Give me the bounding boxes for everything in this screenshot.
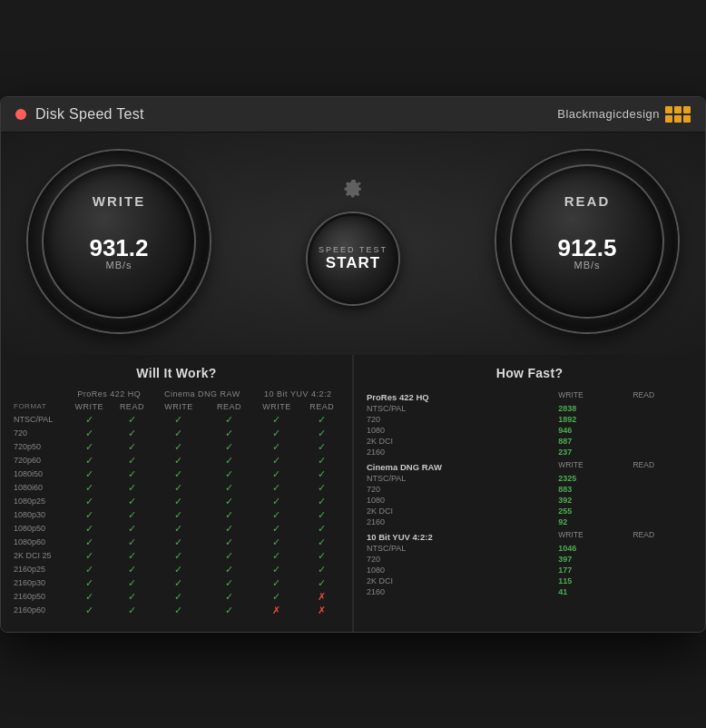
fast-row-label: 1080 — [363, 495, 554, 506]
check-icon: ✓ — [225, 496, 233, 507]
will-cell: ✓ — [205, 522, 252, 536]
check-icon: ✓ — [318, 577, 326, 588]
start-button[interactable]: SPEED TEST START — [308, 213, 398, 304]
check-icon: ✓ — [272, 428, 280, 438]
will-cell: ✓ — [112, 536, 152, 549]
check-icon: ✓ — [174, 414, 182, 425]
will-cell: ✓ — [252, 413, 300, 427]
will-cell: ✓ — [252, 576, 300, 590]
will-cell: ✓ — [300, 522, 343, 536]
check-icon: ✓ — [318, 550, 326, 561]
will-cell: ✓ — [205, 536, 252, 549]
check-icon: ✓ — [225, 605, 233, 615]
check-icon: ✓ — [272, 468, 280, 479]
check-icon: ✓ — [128, 509, 136, 520]
fast-row: NTSC/PAL2325 — [363, 473, 696, 484]
check-icon: ✓ — [225, 564, 233, 575]
will-cell: ✗ — [252, 604, 300, 617]
close-button[interactable] — [15, 109, 26, 120]
check-icon: ✓ — [318, 564, 326, 575]
check-icon: ✓ — [128, 591, 136, 602]
cinema-group-header: Cinema DNG RAW — [152, 388, 252, 400]
will-cell: ✓ — [252, 495, 300, 508]
will-cell: ✓ — [66, 576, 112, 590]
will-cell: ✓ — [112, 508, 152, 522]
will-row-label: 720p50 — [10, 440, 66, 454]
check-icon: ✓ — [318, 428, 326, 438]
check-icon: ✓ — [85, 441, 93, 452]
fast-write-value: 237 — [554, 447, 629, 457]
fast-read-value — [629, 516, 696, 527]
check-icon: ✓ — [272, 482, 280, 493]
brand-sq-4 — [665, 115, 672, 123]
will-cell: ✓ — [300, 576, 343, 590]
will-cell: ✓ — [112, 481, 152, 495]
will-cell: ✓ — [300, 549, 343, 563]
will-cell: ✗ — [300, 590, 343, 604]
will-cell: ✓ — [152, 590, 205, 604]
will-row: 2160p60✓✓✓✓✗✗ — [10, 604, 343, 617]
fast-row-label: 720 — [363, 414, 554, 425]
format-label: FORMAT — [10, 400, 66, 413]
will-cell: ✓ — [152, 508, 205, 522]
will-row: 1080p60✓✓✓✓✓✓ — [10, 536, 343, 549]
fast-group-header-row: Cinema DNG RAWWRITEREAD — [363, 457, 696, 473]
will-cell: ✓ — [300, 467, 343, 481]
check-icon: ✓ — [128, 550, 136, 561]
will-cell: ✗ — [300, 604, 343, 617]
check-icon: ✓ — [272, 496, 280, 507]
fast-row: NTSC/PAL1046 — [363, 543, 696, 554]
check-icon: ✓ — [174, 536, 182, 547]
fast-write-value: 2325 — [554, 473, 629, 484]
fast-row-label: 2160 — [363, 447, 554, 457]
start-label-top: SPEED TEST — [319, 245, 387, 254]
will-cell: ✓ — [112, 549, 152, 563]
will-cell: ✓ — [252, 536, 300, 549]
format-col-header — [10, 388, 66, 400]
fast-read-value — [629, 436, 696, 447]
will-cell: ✓ — [300, 508, 343, 522]
fast-row: 2K DCI255 — [363, 506, 696, 516]
fast-write-value: 1046 — [554, 543, 629, 554]
will-cell: ✓ — [152, 549, 205, 563]
will-cell: ✓ — [66, 536, 112, 549]
check-icon: ✓ — [174, 468, 182, 479]
how-fast-header: How Fast? — [363, 366, 696, 380]
will-row-label: NTSC/PAL — [10, 413, 66, 427]
will-row-label: 2160p60 — [10, 604, 66, 617]
prores-read-header: READ — [112, 400, 152, 413]
will-cell: ✓ — [152, 563, 205, 576]
will-row-label: 1080i50 — [10, 467, 66, 481]
will-cell: ✓ — [252, 508, 300, 522]
brand-squares — [665, 106, 691, 123]
fast-read-col-header: READ — [629, 457, 696, 473]
will-cell: ✓ — [112, 440, 152, 454]
read-gauge-outer: READ 912.5 MB/s — [496, 151, 678, 332]
will-cell: ✓ — [152, 522, 205, 536]
fast-write-value: 946 — [554, 425, 629, 436]
gear-icon[interactable] — [343, 178, 363, 202]
will-it-work-table: ProRes 422 HQ Cinema DNG RAW 10 Bit YUV … — [10, 388, 343, 617]
app-window: Disk Speed Test Blackmagicdesign — [0, 96, 706, 633]
fast-row-label: 2K DCI — [363, 576, 554, 586]
read-gauge-container: READ 912.5 MB/s — [496, 151, 678, 332]
will-cell: ✓ — [66, 590, 112, 604]
check-icon: ✓ — [128, 441, 136, 452]
check-icon: ✓ — [174, 455, 182, 466]
will-row: 1080i50✓✓✓✓✓✓ — [10, 467, 343, 481]
check-icon: ✓ — [318, 455, 326, 466]
write-gauge-unit: MB/s — [105, 260, 132, 271]
will-cell: ✓ — [112, 454, 152, 467]
yuv-group-header: 10 Bit YUV 4:2:2 — [252, 388, 343, 400]
check-icon: ✓ — [272, 550, 280, 561]
fast-write-value: 883 — [554, 484, 629, 495]
will-cell: ✓ — [252, 427, 300, 440]
cinema-read-header: READ — [205, 400, 252, 413]
will-cell: ✓ — [152, 454, 205, 467]
fast-read-value — [629, 565, 696, 576]
will-it-work-panel: Will It Work? ProRes 422 HQ Cinema DNG R… — [1, 355, 352, 632]
will-row: 720✓✓✓✓✓✓ — [10, 427, 343, 440]
fast-row-label: NTSC/PAL — [363, 403, 554, 414]
fast-write-col-header: WRITE — [554, 388, 629, 403]
check-icon: ✓ — [174, 496, 182, 507]
